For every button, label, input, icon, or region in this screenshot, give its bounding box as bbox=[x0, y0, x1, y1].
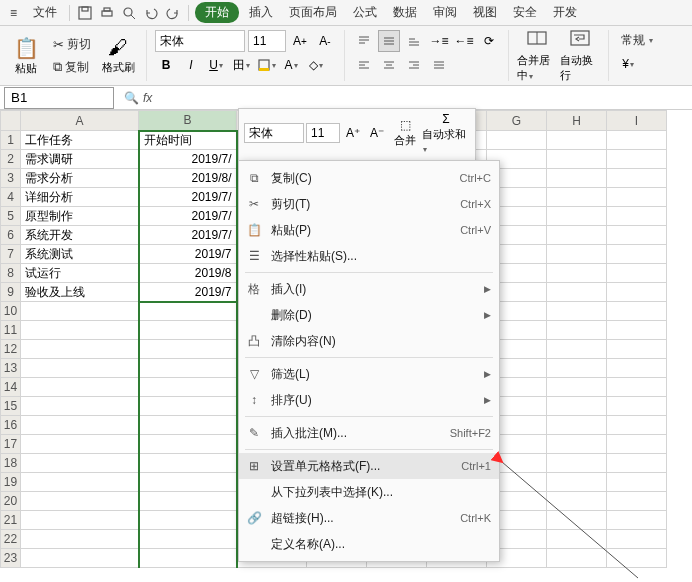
cell[interactable] bbox=[607, 378, 667, 397]
cell[interactable] bbox=[547, 454, 607, 473]
currency-icon[interactable]: ¥▾ bbox=[617, 53, 639, 75]
cell[interactable] bbox=[21, 378, 139, 397]
row-header[interactable]: 22 bbox=[1, 530, 21, 549]
col-header[interactable]: I bbox=[607, 111, 667, 131]
cell[interactable] bbox=[607, 131, 667, 150]
decrease-font-icon[interactable]: A- bbox=[314, 30, 336, 52]
cell[interactable] bbox=[139, 416, 237, 435]
cell[interactable] bbox=[547, 397, 607, 416]
undo-icon[interactable] bbox=[142, 4, 160, 22]
cell[interactable]: 验收及上线 bbox=[21, 283, 139, 302]
cell[interactable] bbox=[547, 207, 607, 226]
cell[interactable] bbox=[547, 435, 607, 454]
cell[interactable] bbox=[547, 359, 607, 378]
row-header[interactable]: 13 bbox=[1, 359, 21, 378]
ctx-delete[interactable]: 删除(D)▶ bbox=[239, 302, 499, 328]
borders-button[interactable]: 田▾ bbox=[230, 54, 252, 76]
cell[interactable]: 2019/7/ bbox=[139, 226, 237, 245]
cell[interactable] bbox=[547, 530, 607, 549]
develop-tab[interactable]: 开发 bbox=[547, 2, 583, 23]
row-header[interactable]: 14 bbox=[1, 378, 21, 397]
font-color-button[interactable]: A▾ bbox=[280, 54, 302, 76]
number-format-select[interactable]: 常规▾ bbox=[617, 30, 657, 51]
cell[interactable] bbox=[607, 264, 667, 283]
cell[interactable] bbox=[21, 397, 139, 416]
file-menu[interactable]: 文件 bbox=[27, 2, 63, 23]
row-header[interactable]: 17 bbox=[1, 435, 21, 454]
ctx-dropdown-pick[interactable]: 从下拉列表中选择(K)... bbox=[239, 479, 499, 505]
mini-autosum-button[interactable]: Σ自动求和▾ bbox=[422, 112, 470, 154]
row-header[interactable]: 6 bbox=[1, 226, 21, 245]
cell[interactable] bbox=[21, 530, 139, 549]
row-header[interactable]: 23 bbox=[1, 549, 21, 568]
mini-increase-font-icon[interactable]: A⁺ bbox=[342, 122, 364, 144]
mini-font-name[interactable] bbox=[244, 123, 304, 143]
decrease-indent-icon[interactable]: ←≡ bbox=[453, 30, 475, 52]
cell[interactable] bbox=[547, 492, 607, 511]
cell[interactable] bbox=[21, 454, 139, 473]
cell[interactable]: 需求调研 bbox=[21, 150, 139, 169]
redo-icon[interactable] bbox=[164, 4, 182, 22]
cell[interactable] bbox=[139, 321, 237, 340]
wrap-text-button[interactable]: 自动换行 bbox=[560, 29, 600, 83]
print-preview-icon[interactable] bbox=[120, 4, 138, 22]
cell[interactable] bbox=[547, 264, 607, 283]
cell[interactable] bbox=[547, 416, 607, 435]
format-painter-button[interactable]: 🖌 格式刷 bbox=[98, 36, 138, 75]
cell[interactable]: 工作任务 bbox=[21, 131, 139, 150]
page-layout-tab[interactable]: 页面布局 bbox=[283, 2, 343, 23]
cell[interactable] bbox=[139, 454, 237, 473]
ctx-insert[interactable]: 格插入(I)▶ bbox=[239, 276, 499, 302]
cell[interactable] bbox=[607, 245, 667, 264]
ctx-sort[interactable]: ↕排序(U)▶ bbox=[239, 387, 499, 413]
insert-tab[interactable]: 插入 bbox=[243, 2, 279, 23]
mini-font-size[interactable] bbox=[306, 123, 340, 143]
cell[interactable] bbox=[547, 283, 607, 302]
cell[interactable]: 2019/7/ bbox=[139, 150, 237, 169]
row-header[interactable]: 7 bbox=[1, 245, 21, 264]
cell[interactable]: 2019/7 bbox=[139, 283, 237, 302]
cell[interactable]: 原型制作 bbox=[21, 207, 139, 226]
ctx-paste[interactable]: 📋粘贴(P)Ctrl+V bbox=[239, 217, 499, 243]
align-bottom-icon[interactable] bbox=[403, 30, 425, 52]
cell[interactable] bbox=[547, 131, 607, 150]
cell[interactable] bbox=[547, 321, 607, 340]
cell[interactable] bbox=[21, 492, 139, 511]
cell[interactable]: 2019/7/ bbox=[139, 188, 237, 207]
cell[interactable]: 系统开发 bbox=[21, 226, 139, 245]
align-center-icon[interactable] bbox=[378, 54, 400, 76]
align-top-icon[interactable] bbox=[353, 30, 375, 52]
increase-indent-icon[interactable]: →≡ bbox=[428, 30, 450, 52]
cell[interactable] bbox=[607, 492, 667, 511]
copy-button[interactable]: ⧉复制 bbox=[49, 57, 95, 78]
cell[interactable] bbox=[547, 378, 607, 397]
ctx-filter[interactable]: ▽筛选(L)▶ bbox=[239, 361, 499, 387]
row-header[interactable]: 11 bbox=[1, 321, 21, 340]
row-header[interactable]: 16 bbox=[1, 416, 21, 435]
cut-button[interactable]: ✂剪切 bbox=[49, 34, 95, 55]
cell[interactable] bbox=[607, 397, 667, 416]
cell[interactable]: 开始时间 bbox=[139, 131, 237, 150]
align-right-icon[interactable] bbox=[403, 54, 425, 76]
ctx-hyperlink[interactable]: 🔗超链接(H)...Ctrl+K bbox=[239, 505, 499, 531]
cell[interactable] bbox=[607, 321, 667, 340]
cell[interactable] bbox=[607, 207, 667, 226]
ctx-copy[interactable]: ⧉复制(C)Ctrl+C bbox=[239, 165, 499, 191]
cell[interactable] bbox=[607, 188, 667, 207]
cell[interactable]: 2019/8/ bbox=[139, 169, 237, 188]
name-box[interactable] bbox=[4, 87, 114, 109]
cell[interactable]: 需求分析 bbox=[21, 169, 139, 188]
cell[interactable] bbox=[21, 473, 139, 492]
cell[interactable] bbox=[607, 359, 667, 378]
col-header[interactable]: G bbox=[487, 111, 547, 131]
review-tab[interactable]: 审阅 bbox=[427, 2, 463, 23]
row-header[interactable]: 12 bbox=[1, 340, 21, 359]
cell[interactable]: 详细分析 bbox=[21, 188, 139, 207]
cell[interactable] bbox=[607, 150, 667, 169]
row-header[interactable]: 18 bbox=[1, 454, 21, 473]
merge-center-button[interactable]: 合并居中▾ bbox=[517, 29, 557, 83]
cell[interactable]: 2019/7 bbox=[139, 245, 237, 264]
align-middle-icon[interactable] bbox=[378, 30, 400, 52]
paste-button[interactable]: 📋 粘贴 bbox=[6, 36, 46, 76]
row-header[interactable]: 2 bbox=[1, 150, 21, 169]
